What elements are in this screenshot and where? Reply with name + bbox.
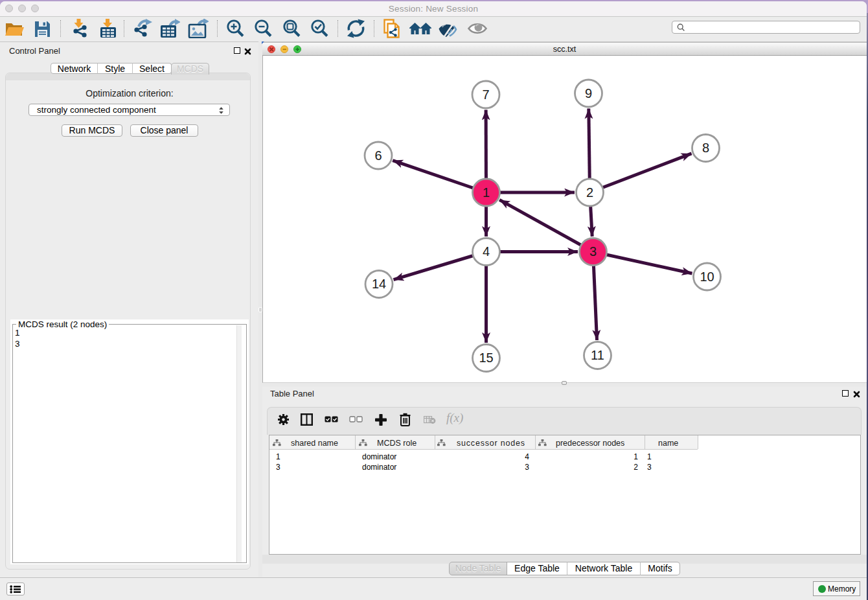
svg-text:1: 1 <box>483 185 490 200</box>
svg-text:9: 9 <box>585 86 592 100</box>
svg-text:10: 10 <box>700 270 714 284</box>
svg-text:6: 6 <box>374 148 382 163</box>
svg-text:15: 15 <box>479 351 493 365</box>
svg-text:7: 7 <box>482 87 489 102</box>
svg-text:11: 11 <box>591 348 604 362</box>
svg-text:4: 4 <box>483 244 490 259</box>
svg-text:8: 8 <box>702 141 709 155</box>
svg-text:3: 3 <box>589 244 597 259</box>
svg-text:2: 2 <box>586 185 593 200</box>
svg-text:14: 14 <box>372 277 386 291</box>
